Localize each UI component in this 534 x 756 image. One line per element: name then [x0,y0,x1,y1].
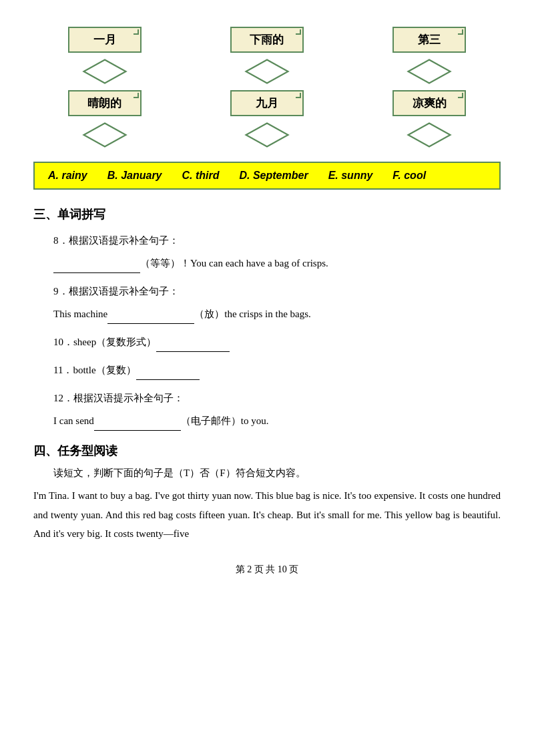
question-10: 10．sheep（复数形式） [53,332,501,352]
word-card-qinglangde: 晴朗的 [68,90,142,116]
reading-passage: I'm Tina. I want to buy a bag. I've got … [33,486,501,544]
q10-blank[interactable] [156,340,230,352]
q12-blank[interactable] [94,419,181,431]
svg-marker-2 [246,60,288,83]
card-column-3: 第三 凉爽的 [358,27,501,148]
card-column-1: 一月 晴朗的 [33,27,176,148]
q9-line: This machine（放）the crisps in the bags. [53,304,501,324]
page-footer: 第 2 页 共 10 页 [33,564,501,576]
section3-title: 三、单词拼写 [33,206,501,222]
answer-bar: A. rainy B. January C. third D. Septembe… [33,162,501,190]
diamond-4 [81,122,128,148]
q8-label: 8．根据汉语提示补全句子： [53,230,501,250]
q8-line: （等等）！You can each have a bag of crisps. [53,253,501,273]
answer-c: C. third [182,170,220,182]
q11-num: 11 [53,365,63,375]
diamond-3 [406,58,453,85]
question-8: 8．根据汉语提示补全句子： （等等）！You can each have a b… [53,230,501,273]
word-card-disan: 第三 [392,27,466,53]
answer-f: F. cool [392,170,426,182]
question-9: 9．根据汉语提示补全句子： This machine（放）the crisps … [53,281,501,324]
word-card-yiyue: 一月 [68,27,142,53]
word-card-xiayude: 下雨的 [230,27,304,53]
svg-marker-1 [83,124,125,147]
q9-blank[interactable] [107,312,194,324]
section4-title: 四、任务型阅读 [33,443,501,459]
q12-line: I can send（电子邮件）to you. [53,411,501,431]
q8-num: 8 [53,235,59,246]
answer-b: B. January [107,170,162,182]
q10-num: 10 [53,337,63,347]
card-column-2: 下雨的 九月 [196,27,338,148]
answer-d: D. September [240,170,308,182]
q8-blank[interactable] [53,261,140,273]
answer-a: A. rainy [48,170,87,182]
svg-marker-5 [409,124,451,147]
card-grid: 一月 晴朗的 下雨的 九月 第三 [33,27,501,148]
q9-num: 9 [53,286,59,297]
diamond-6 [406,122,453,148]
svg-marker-0 [83,60,125,83]
svg-marker-4 [409,60,451,83]
diamond-1 [81,58,128,85]
diamond-2 [244,58,290,85]
question-12: 12．根据汉语提示补全句子： I can send（电子邮件）to you. [53,388,501,431]
q9-label: 9．根据汉语提示补全句子： [53,281,501,301]
answer-e: E. sunny [328,170,373,182]
q12-label: 12．根据汉语提示补全句子： [53,388,501,408]
question-11: 11．bottle（复数） [53,360,501,380]
q11-blank[interactable] [136,368,200,380]
diamond-5 [244,122,290,148]
svg-marker-3 [246,124,288,147]
word-card-jiuyue: 九月 [230,90,304,116]
q12-num: 12 [53,393,63,403]
word-card-liangde: 凉爽的 [392,90,466,116]
section4-instruction: 读短文，判断下面的句子是（T）否（F）符合短文内容。 [53,467,501,480]
